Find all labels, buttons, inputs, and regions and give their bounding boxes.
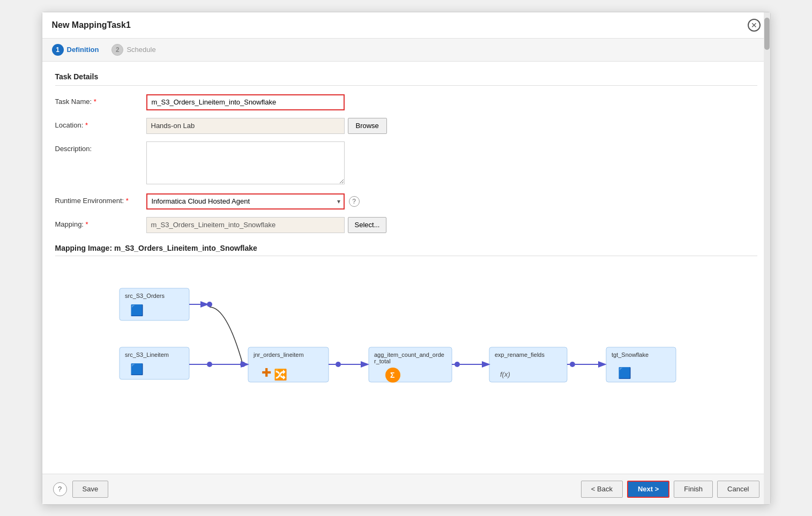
node-agg-item: agg_item_count_and_orde r_total Σ (369, 347, 452, 383)
runtime-control: Informatica Cloud Hosted Agent ▾ ? (146, 193, 757, 210)
svg-point-21 (207, 302, 212, 307)
help-icon[interactable]: ? (349, 196, 360, 207)
mapping-row: Mapping: * Select... (55, 217, 757, 233)
runtime-row: Runtime Environment: * Informatica Cloud… (55, 193, 757, 210)
location-control: Browse (146, 118, 757, 134)
tab-schedule[interactable]: 2 Schedule (111, 44, 155, 56)
tab-schedule-label: Schedule (126, 46, 155, 54)
modal-footer: ? Save < Back Next > Finish Cancel (42, 474, 770, 504)
required-marker: * (94, 98, 96, 106)
svg-text:🔀: 🔀 (274, 368, 287, 381)
svg-text:jnr_orders_lineitem: jnr_orders_lineitem (253, 352, 304, 358)
svg-text:🟦: 🟦 (130, 363, 144, 376)
svg-text:Σ: Σ (390, 371, 394, 379)
mapping-control: Select... (146, 217, 757, 233)
modal-title: New MappingTask1 (52, 20, 131, 30)
task-name-control (146, 94, 757, 110)
next-button[interactable]: Next > (627, 481, 669, 498)
svg-text:🟦: 🟦 (618, 367, 631, 379)
svg-point-24 (336, 362, 341, 367)
modal-header: New MappingTask1 ✕ (42, 12, 770, 39)
section-divider (55, 85, 757, 86)
tab-schedule-number: 2 (111, 44, 123, 56)
description-textarea[interactable] (146, 141, 345, 184)
browse-button[interactable]: Browse (348, 118, 387, 134)
mapping-input (146, 217, 345, 233)
runtime-select-wrap: Informatica Cloud Hosted Agent ▾ (146, 193, 345, 210)
back-button[interactable]: < Back (581, 481, 623, 498)
location-row: Location: * Browse (55, 118, 757, 134)
description-row: Description: (55, 141, 757, 186)
modal-body: Task Details Task Name: * Location: * Br… (42, 62, 770, 474)
tab-definition-label: Definition (67, 46, 99, 54)
mapping-image-divider (55, 256, 757, 256)
svg-text:src_S3_Lineitem: src_S3_Lineitem (125, 352, 169, 358)
diagram-svg: src_S3_Orders 🟦 src_S3_Lineitem 🟦 jnr_or… (77, 278, 720, 406)
location-input[interactable] (146, 118, 345, 134)
footer-right: < Back Next > Finish Cancel (581, 481, 759, 498)
svg-point-25 (455, 362, 460, 367)
node-tgt-snowflake: tgt_Snowflake 🟦 (606, 347, 676, 382)
tabs-bar: 1 Definition 2 Schedule (42, 39, 770, 62)
help-button[interactable]: ? (53, 482, 67, 496)
task-name-row: Task Name: * (55, 94, 757, 110)
mapping-image-title: Mapping Image: m_S3_Orders_Lineitem_into… (55, 244, 757, 252)
scrollbar-track[interactable] (764, 12, 770, 504)
svg-text:✚: ✚ (262, 366, 271, 379)
runtime-select[interactable]: Informatica Cloud Hosted Agent (146, 193, 345, 210)
node-src-s3-lineitem: src_S3_Lineitem 🟦 (120, 347, 189, 379)
svg-text:tgt_Snowflake: tgt_Snowflake (612, 352, 649, 358)
scrollbar-thumb[interactable] (764, 18, 770, 50)
save-button[interactable]: Save (72, 481, 109, 498)
svg-text:f(x): f(x) (500, 370, 510, 378)
svg-text:exp_rename_fields: exp_rename_fields (495, 352, 545, 358)
task-details-title: Task Details (55, 72, 757, 81)
runtime-label: Runtime Environment: * (55, 193, 146, 205)
select-button[interactable]: Select... (348, 217, 387, 233)
close-button[interactable]: ✕ (748, 19, 761, 32)
description-label: Description: (55, 141, 146, 153)
description-control (146, 141, 757, 186)
task-name-label: Task Name: * (55, 94, 146, 106)
svg-text:🟦: 🟦 (130, 304, 144, 317)
location-label: Location: * (55, 118, 146, 129)
diagram-area: src_S3_Orders 🟦 src_S3_Lineitem 🟦 jnr_or… (55, 267, 757, 418)
node-src-s3-orders: src_S3_Orders 🟦 (120, 288, 189, 320)
tab-definition-number: 1 (52, 44, 64, 56)
mapping-label: Mapping: * (55, 217, 146, 228)
svg-text:r_total: r_total (374, 358, 391, 364)
task-name-input[interactable] (146, 94, 345, 110)
node-exp-rename: exp_rename_fields f(x) (489, 347, 567, 382)
tab-definition[interactable]: 1 Definition (52, 44, 99, 56)
cancel-button[interactable]: Cancel (717, 481, 759, 498)
mapping-image-section: Mapping Image: m_S3_Orders_Lineitem_into… (55, 244, 757, 418)
node-jnr-orders-lineitem: jnr_orders_lineitem ✚ 🔀 (248, 347, 329, 382)
svg-text:agg_item_count_and_orde: agg_item_count_and_orde (374, 352, 444, 358)
footer-left: ? Save (53, 481, 109, 498)
modal-container: New MappingTask1 ✕ 1 Definition 2 Schedu… (42, 12, 771, 505)
finish-button[interactable]: Finish (674, 481, 713, 498)
svg-point-26 (570, 362, 575, 367)
svg-text:src_S3_Orders: src_S3_Orders (125, 293, 165, 299)
svg-point-23 (207, 362, 212, 367)
